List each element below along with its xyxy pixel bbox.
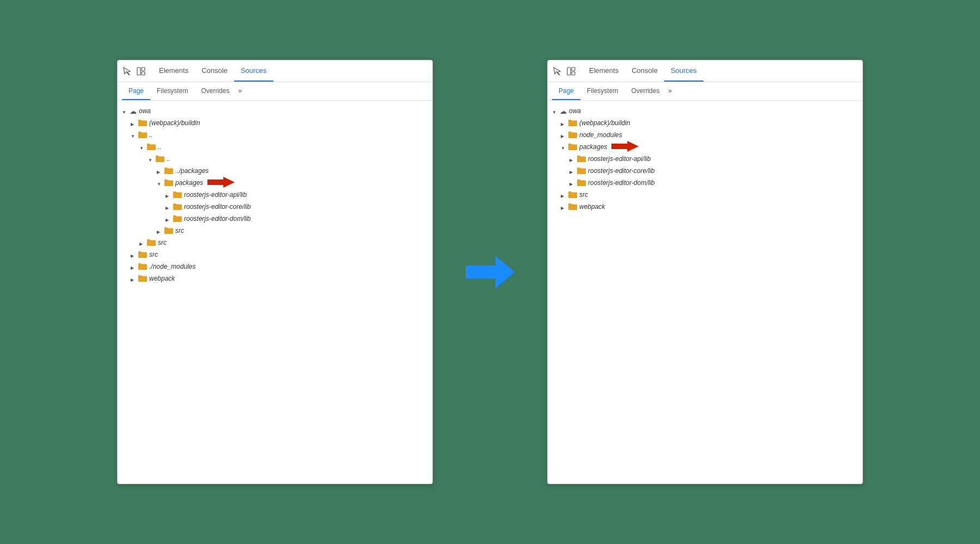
- left-subtab-overrides[interactable]: Overrides: [194, 82, 236, 100]
- tree-item[interactable]: roosterjs-editor-core/lib: [118, 201, 432, 213]
- inspect-icon: [566, 66, 576, 76]
- folder-icon: [164, 167, 173, 175]
- left-tab-elements[interactable]: Elements: [152, 60, 195, 82]
- left-tab-console[interactable]: Console: [195, 60, 234, 82]
- tree-item[interactable]: packages: [118, 177, 432, 189]
- right-toolbar: Elements Console Sources: [548, 60, 862, 82]
- folder-icon: [138, 131, 147, 139]
- red-arrow-icon: [611, 140, 639, 154]
- triangle-right-icon: [131, 275, 137, 282]
- cloud-icon: ☁: [560, 107, 567, 115]
- triangle-down-icon: [122, 108, 128, 114]
- triangle-right-icon: [157, 227, 163, 234]
- triangle-right-icon: [166, 203, 172, 210]
- red-arrow-icon: [207, 176, 235, 190]
- triangle-right-icon: [561, 203, 567, 210]
- left-subtab-filesystem[interactable]: Filesystem: [150, 82, 194, 100]
- right-tab-console[interactable]: Console: [625, 60, 664, 82]
- triangle-right-icon: [569, 168, 576, 174]
- triangle-down-icon: [131, 132, 137, 138]
- left-toolbar-tabs: Elements Console Sources: [152, 60, 273, 82]
- tree-item[interactable]: ..: [118, 153, 432, 165]
- inspect-icon: [136, 66, 146, 76]
- tree-item[interactable]: src: [118, 249, 432, 261]
- tree-item[interactable]: (webpack)/buildin: [548, 117, 862, 129]
- svg-rect-2: [142, 72, 145, 75]
- tree-item[interactable]: packages: [548, 141, 862, 153]
- right-devtools-panel: Elements Console Sources Page Filesystem…: [547, 60, 863, 484]
- triangle-down-icon: [561, 144, 567, 150]
- right-tree-area: ☁ owa (webpack)/buildin node_modules p: [548, 101, 862, 484]
- cloud-icon: ☁: [130, 107, 137, 115]
- svg-rect-7: [572, 72, 575, 75]
- folder-icon: [568, 119, 577, 127]
- cursor-icon: [122, 66, 132, 76]
- folder-icon: [138, 251, 147, 258]
- folder-icon: [173, 203, 182, 211]
- left-subtab-more[interactable]: »: [236, 82, 244, 100]
- tree-item[interactable]: node_modules: [548, 129, 862, 141]
- folder-icon: [568, 203, 577, 211]
- tree-item[interactable]: ..: [118, 141, 432, 153]
- folder-icon: [138, 119, 147, 127]
- folder-icon: [577, 167, 586, 175]
- tree-item[interactable]: ./node_modules: [118, 261, 432, 273]
- tree-item[interactable]: ☁ owa: [548, 105, 862, 117]
- folder-icon: [138, 263, 147, 270]
- triangle-right-icon: [569, 180, 576, 186]
- svg-rect-0: [137, 67, 140, 75]
- right-toolbar-tabs: Elements Console Sources: [583, 60, 703, 82]
- folder-icon: [568, 131, 577, 139]
- tree-item[interactable]: roosterjs-editor-api/lib: [548, 153, 862, 165]
- right-subtab-overrides[interactable]: Overrides: [624, 82, 666, 100]
- tree-item[interactable]: roosterjs-editor-core/lib: [548, 165, 862, 177]
- tree-item[interactable]: src: [548, 189, 862, 201]
- triangle-right-icon: [131, 120, 137, 126]
- left-toolbar-icons: [122, 66, 146, 76]
- folder-icon: [568, 191, 577, 199]
- right-subtab-page[interactable]: Page: [552, 82, 580, 100]
- left-tree-area: ☁ owa (webpack)/buildin .. ..: [118, 101, 432, 484]
- triangle-right-icon: [131, 251, 137, 258]
- tree-item[interactable]: ..: [118, 129, 432, 141]
- tree-item[interactable]: ☁ owa: [118, 105, 432, 117]
- tree-item[interactable]: src: [118, 237, 432, 249]
- tree-item[interactable]: (webpack)/buildin: [118, 117, 432, 129]
- blue-arrow-container: [465, 250, 514, 294]
- blue-arrow-icon: [465, 250, 514, 294]
- svg-marker-3: [207, 177, 235, 188]
- svg-marker-8: [611, 141, 639, 152]
- right-sub-tabs: Page Filesystem Overrides »: [548, 82, 862, 101]
- triangle-right-icon: [131, 263, 137, 270]
- folder-icon: [147, 239, 156, 246]
- left-toolbar: Elements Console Sources: [118, 60, 432, 82]
- folder-icon: [164, 227, 173, 234]
- folder-icon: [577, 179, 586, 187]
- triangle-right-icon: [166, 191, 172, 198]
- right-tab-elements[interactable]: Elements: [583, 60, 625, 82]
- right-subtab-filesystem[interactable]: Filesystem: [580, 82, 624, 100]
- right-tab-sources[interactable]: Sources: [664, 60, 703, 82]
- folder-icon: [568, 143, 577, 151]
- triangle-right-icon: [157, 168, 163, 174]
- tree-item[interactable]: roosterjs-editor-api/lib: [118, 189, 432, 201]
- left-tab-sources[interactable]: Sources: [234, 60, 273, 82]
- triangle-right-icon: [561, 120, 567, 126]
- triangle-right-icon: [561, 132, 567, 138]
- right-subtab-more[interactable]: »: [666, 82, 674, 100]
- left-subtab-page[interactable]: Page: [122, 82, 150, 100]
- folder-icon: [147, 143, 156, 151]
- tree-item[interactable]: webpack: [548, 201, 862, 213]
- left-sub-tabs: Page Filesystem Overrides »: [118, 82, 432, 101]
- folder-icon: [173, 215, 182, 222]
- folder-icon: [173, 191, 182, 199]
- tree-item[interactable]: ../packages: [118, 165, 432, 177]
- tree-item[interactable]: webpack: [118, 273, 432, 285]
- folder-icon: [577, 155, 586, 163]
- triangle-right-icon: [139, 239, 146, 246]
- svg-rect-6: [572, 67, 575, 71]
- tree-item[interactable]: roosterjs-editor-dom/lib: [118, 213, 432, 225]
- tree-item[interactable]: src: [118, 225, 432, 237]
- svg-rect-1: [142, 67, 145, 71]
- tree-item[interactable]: roosterjs-editor-dom/lib: [548, 177, 862, 189]
